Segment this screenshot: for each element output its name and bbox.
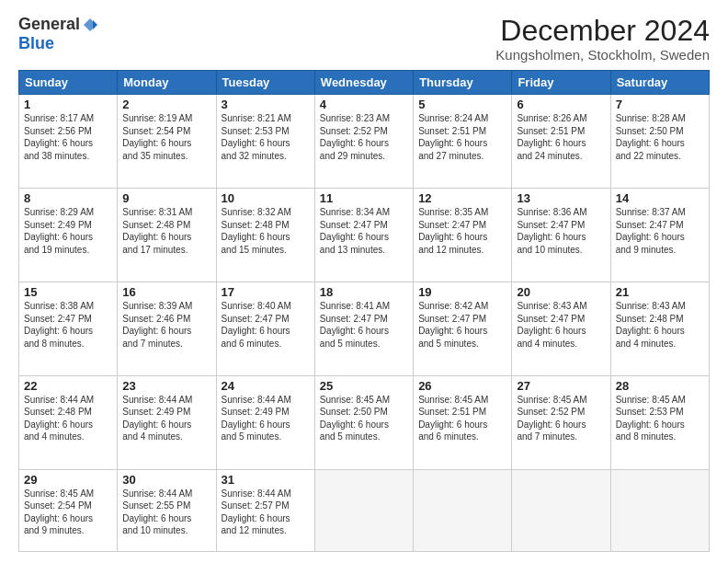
day-info: Sunrise: 8:39 AM Sunset: 2:46 PM Dayligh… <box>122 300 210 350</box>
day-cell <box>414 469 512 551</box>
day-info: Sunrise: 8:43 AM Sunset: 2:47 PM Dayligh… <box>517 300 605 350</box>
day-number: 29 <box>24 473 112 487</box>
day-cell: 26Sunrise: 8:45 AM Sunset: 2:51 PM Dayli… <box>414 375 512 469</box>
month-title: December 2024 <box>495 15 710 47</box>
day-cell: 25Sunrise: 8:45 AM Sunset: 2:50 PM Dayli… <box>314 375 413 469</box>
day-cell: 19Sunrise: 8:42 AM Sunset: 2:47 PM Dayli… <box>414 282 512 376</box>
day-cell: 29Sunrise: 8:45 AM Sunset: 2:54 PM Dayli… <box>19 469 118 551</box>
col-sunday: Sunday <box>19 71 118 95</box>
day-cell: 10Sunrise: 8:32 AM Sunset: 2:48 PM Dayli… <box>216 189 314 282</box>
col-monday: Monday <box>118 71 216 95</box>
day-info: Sunrise: 8:38 AM Sunset: 2:47 PM Dayligh… <box>24 300 112 350</box>
day-number: 24 <box>222 379 310 393</box>
day-number: 28 <box>616 379 704 393</box>
header: General Blue December 2024 Kungsholmen, … <box>18 15 710 63</box>
day-cell: 1Sunrise: 8:17 AM Sunset: 2:56 PM Daylig… <box>19 95 118 189</box>
day-number: 7 <box>616 98 704 111</box>
day-info: Sunrise: 8:23 AM Sunset: 2:52 PM Dayligh… <box>320 112 408 162</box>
day-info: Sunrise: 8:32 AM Sunset: 2:48 PM Dayligh… <box>222 206 310 256</box>
day-cell: 28Sunrise: 8:45 AM Sunset: 2:53 PM Dayli… <box>610 375 709 469</box>
day-cell: 12Sunrise: 8:35 AM Sunset: 2:47 PM Dayli… <box>414 189 512 282</box>
day-cell: 27Sunrise: 8:45 AM Sunset: 2:52 PM Dayli… <box>512 375 610 469</box>
day-info: Sunrise: 8:21 AM Sunset: 2:53 PM Dayligh… <box>222 112 310 162</box>
week-row-3: 15Sunrise: 8:38 AM Sunset: 2:47 PM Dayli… <box>19 282 710 376</box>
logo-general: General <box>18 15 80 34</box>
day-number: 21 <box>616 285 704 299</box>
day-info: Sunrise: 8:34 AM Sunset: 2:47 PM Dayligh… <box>320 206 408 256</box>
day-info: Sunrise: 8:44 AM Sunset: 2:57 PM Dayligh… <box>222 488 310 537</box>
day-number: 17 <box>222 285 310 299</box>
day-number: 22 <box>24 379 112 393</box>
col-wednesday: Wednesday <box>314 71 413 95</box>
day-cell <box>610 469 709 551</box>
day-cell: 21Sunrise: 8:43 AM Sunset: 2:48 PM Dayli… <box>610 282 709 376</box>
day-number: 1 <box>24 98 112 111</box>
day-number: 30 <box>122 473 210 487</box>
day-number: 5 <box>418 98 506 111</box>
day-number: 6 <box>517 98 605 111</box>
day-cell: 2Sunrise: 8:19 AM Sunset: 2:54 PM Daylig… <box>118 95 216 189</box>
day-info: Sunrise: 8:45 AM Sunset: 2:52 PM Dayligh… <box>517 394 605 443</box>
day-number: 13 <box>517 191 605 205</box>
day-number: 27 <box>517 379 605 393</box>
day-cell: 20Sunrise: 8:43 AM Sunset: 2:47 PM Dayli… <box>512 282 610 376</box>
day-cell: 31Sunrise: 8:44 AM Sunset: 2:57 PM Dayli… <box>216 469 314 551</box>
day-info: Sunrise: 8:45 AM Sunset: 2:53 PM Dayligh… <box>616 394 704 443</box>
day-info: Sunrise: 8:17 AM Sunset: 2:56 PM Dayligh… <box>24 112 112 162</box>
week-row-2: 8Sunrise: 8:29 AM Sunset: 2:49 PM Daylig… <box>19 189 710 282</box>
day-cell: 18Sunrise: 8:41 AM Sunset: 2:47 PM Dayli… <box>314 282 413 376</box>
week-row-5: 29Sunrise: 8:45 AM Sunset: 2:54 PM Dayli… <box>19 469 710 551</box>
day-info: Sunrise: 8:26 AM Sunset: 2:51 PM Dayligh… <box>517 112 605 162</box>
day-number: 19 <box>418 285 506 299</box>
day-cell <box>314 469 413 551</box>
col-tuesday: Tuesday <box>216 71 314 95</box>
day-info: Sunrise: 8:44 AM Sunset: 2:49 PM Dayligh… <box>122 394 210 443</box>
week-row-1: 1Sunrise: 8:17 AM Sunset: 2:56 PM Daylig… <box>19 95 710 189</box>
day-cell: 15Sunrise: 8:38 AM Sunset: 2:47 PM Dayli… <box>19 282 118 376</box>
day-cell <box>512 469 610 551</box>
day-number: 14 <box>616 191 704 205</box>
logo-text: General <box>18 15 98 34</box>
day-info: Sunrise: 8:36 AM Sunset: 2:47 PM Dayligh… <box>517 206 605 256</box>
day-cell: 8Sunrise: 8:29 AM Sunset: 2:49 PM Daylig… <box>19 189 118 282</box>
day-cell: 5Sunrise: 8:24 AM Sunset: 2:51 PM Daylig… <box>414 95 512 189</box>
col-thursday: Thursday <box>414 71 512 95</box>
day-number: 4 <box>320 98 408 111</box>
day-number: 25 <box>320 379 408 393</box>
day-cell: 4Sunrise: 8:23 AM Sunset: 2:52 PM Daylig… <box>314 95 413 189</box>
col-friday: Friday <box>512 71 610 95</box>
day-cell: 14Sunrise: 8:37 AM Sunset: 2:47 PM Dayli… <box>610 189 709 282</box>
day-number: 8 <box>24 191 112 205</box>
day-cell: 11Sunrise: 8:34 AM Sunset: 2:47 PM Dayli… <box>314 189 413 282</box>
day-number: 11 <box>320 191 408 205</box>
day-number: 20 <box>517 285 605 299</box>
logo: General Blue <box>18 15 98 53</box>
day-cell: 9Sunrise: 8:31 AM Sunset: 2:48 PM Daylig… <box>118 189 216 282</box>
day-info: Sunrise: 8:31 AM Sunset: 2:48 PM Dayligh… <box>122 206 210 256</box>
day-info: Sunrise: 8:43 AM Sunset: 2:48 PM Dayligh… <box>616 300 704 350</box>
day-info: Sunrise: 8:42 AM Sunset: 2:47 PM Dayligh… <box>418 300 506 350</box>
title-block: December 2024 Kungsholmen, Stockholm, Sw… <box>495 15 710 63</box>
day-number: 2 <box>122 98 210 111</box>
day-number: 9 <box>122 191 210 205</box>
day-cell: 6Sunrise: 8:26 AM Sunset: 2:51 PM Daylig… <box>512 95 610 189</box>
day-cell: 22Sunrise: 8:44 AM Sunset: 2:48 PM Dayli… <box>19 375 118 469</box>
day-cell: 7Sunrise: 8:28 AM Sunset: 2:50 PM Daylig… <box>610 95 709 189</box>
day-info: Sunrise: 8:37 AM Sunset: 2:47 PM Dayligh… <box>616 206 704 256</box>
day-cell: 17Sunrise: 8:40 AM Sunset: 2:47 PM Dayli… <box>216 282 314 376</box>
day-info: Sunrise: 8:41 AM Sunset: 2:47 PM Dayligh… <box>320 300 408 350</box>
day-number: 26 <box>418 379 506 393</box>
day-cell: 3Sunrise: 8:21 AM Sunset: 2:53 PM Daylig… <box>216 95 314 189</box>
day-cell: 30Sunrise: 8:44 AM Sunset: 2:55 PM Dayli… <box>118 469 216 551</box>
day-number: 18 <box>320 285 408 299</box>
day-number: 15 <box>24 285 112 299</box>
day-info: Sunrise: 8:28 AM Sunset: 2:50 PM Dayligh… <box>616 112 704 162</box>
day-info: Sunrise: 8:29 AM Sunset: 2:49 PM Dayligh… <box>24 206 112 256</box>
day-info: Sunrise: 8:40 AM Sunset: 2:47 PM Dayligh… <box>222 300 310 350</box>
location: Kungsholmen, Stockholm, Sweden <box>495 47 710 63</box>
col-saturday: Saturday <box>610 71 709 95</box>
day-info: Sunrise: 8:44 AM Sunset: 2:49 PM Dayligh… <box>222 394 310 443</box>
day-cell: 13Sunrise: 8:36 AM Sunset: 2:47 PM Dayli… <box>512 189 610 282</box>
day-info: Sunrise: 8:19 AM Sunset: 2:54 PM Dayligh… <box>122 112 210 162</box>
day-cell: 23Sunrise: 8:44 AM Sunset: 2:49 PM Dayli… <box>118 375 216 469</box>
